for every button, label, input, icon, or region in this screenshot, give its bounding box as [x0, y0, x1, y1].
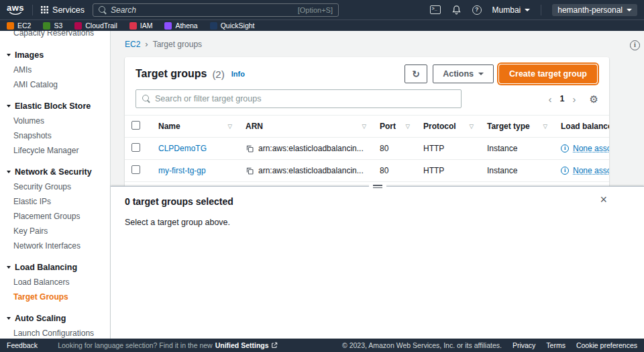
unified-settings-link[interactable]: Unified Settings [215, 341, 278, 349]
sidebar-item-placement-groups[interactable]: Placement Groups [0, 209, 110, 224]
sidebar-item-lifecycle-manager[interactable]: Lifecycle Manager [0, 143, 110, 158]
main-content: EC2 › Target groups Target groups (2) In… [111, 31, 644, 339]
load-balancer-link[interactable]: None associated [573, 144, 609, 153]
cloudshell-icon[interactable] [430, 5, 441, 14]
account-menu[interactable]: hemanth-personal [552, 4, 637, 16]
info-link[interactable]: Info [231, 70, 245, 78]
info-panel-icon[interactable] [630, 40, 640, 50]
sidebar-section-load-balancing[interactable]: Load Balancing [0, 259, 110, 275]
refresh-button[interactable]: ↻ [405, 64, 427, 83]
ec2-sidebar: Capacity Reservations Images AMIs AMI Ca… [0, 31, 111, 339]
close-icon[interactable]: × [600, 193, 607, 206]
info-icon[interactable] [561, 167, 569, 175]
panel-title: 0 target groups selected [125, 196, 607, 207]
arn-cell: arn:aws:elasticloadbalancin... [239, 160, 373, 182]
sidebar-item-elastic-ips[interactable]: Elastic IPs [0, 194, 110, 209]
cookie-preferences-link[interactable]: Cookie preferences [576, 341, 637, 349]
copy-icon[interactable] [246, 167, 254, 175]
row-select-cell[interactable] [125, 138, 152, 160]
filter-search-box[interactable] [136, 89, 462, 108]
aws-logo[interactable]: aws [7, 5, 24, 15]
port-cell: 80 [373, 138, 417, 160]
column-header-target-type[interactable]: Target type▽ [480, 116, 554, 138]
athena-service-icon [164, 22, 172, 30]
feedback-link[interactable]: Feedback [7, 341, 38, 349]
select-all-header[interactable] [125, 116, 152, 138]
sidebar-section-images[interactable]: Images [0, 47, 110, 62]
services-menu[interactable]: Services [41, 5, 85, 15]
console-footer: Feedback Looking for language selection?… [0, 339, 644, 352]
favorite-s3[interactable]: S3 [43, 21, 62, 30]
privacy-link[interactable]: Privacy [513, 341, 535, 349]
table-row: CLPDemoTG arn:aws:elasticloadbalancin...… [125, 138, 609, 160]
favorite-athena[interactable]: Athena [164, 21, 197, 30]
help-icon[interactable] [472, 5, 482, 15]
load-balancer-link[interactable]: None associated [573, 166, 609, 175]
sidebar-item-key-pairs[interactable]: Key Pairs [0, 224, 110, 238]
sidebar-item-security-groups[interactable]: Security Groups [0, 179, 110, 194]
column-header-protocol[interactable]: Protocol▽ [417, 116, 480, 138]
name-cell: my-first-tg-gp [152, 160, 239, 182]
table-toolbar: ‹ 1 › ⚙ [125, 89, 609, 115]
column-header-port[interactable]: Port▽ [373, 116, 417, 138]
breadcrumb-ec2-link[interactable]: EC2 [125, 40, 140, 49]
favorite-label: EC2 [17, 21, 31, 30]
notifications-bell-icon[interactable] [451, 5, 462, 15]
sidebar-item-network-interfaces[interactable]: Network Interfaces [0, 238, 110, 253]
sidebar-item-volumes[interactable]: Volumes [0, 114, 110, 128]
panel-drag-handle[interactable] [369, 183, 386, 189]
chevron-down-icon [7, 317, 11, 320]
terms-link[interactable]: Terms [546, 341, 566, 349]
filter-search-input[interactable] [155, 94, 455, 103]
sidebar-section-network-security[interactable]: Network & Security [0, 164, 110, 179]
chevron-down-icon [478, 73, 484, 75]
sidebar-item-amis[interactable]: AMIs [0, 62, 110, 77]
previous-page-button[interactable]: ‹ [547, 94, 553, 104]
global-search-input[interactable]: Search [Option+S] [93, 3, 339, 17]
copy-icon[interactable] [246, 144, 254, 153]
table-header-row: Name▽ ARN▽ Port▽ Protocol▽ Target type▽ … [125, 116, 609, 138]
column-header-arn[interactable]: ARN▽ [239, 116, 373, 138]
sidebar-item-ami-catalog[interactable]: AMI Catalog [0, 77, 110, 92]
target-group-name-link[interactable]: my-first-tg-gp [158, 166, 206, 175]
topnav-right-cluster: Mumbai hemanth-personal [430, 4, 637, 16]
column-label: Name [158, 122, 180, 131]
target-group-name-link[interactable]: CLPDemoTG [158, 144, 207, 153]
row-checkbox[interactable] [131, 165, 140, 174]
column-label: Protocol [423, 122, 456, 131]
row-checkbox[interactable] [131, 143, 140, 152]
sidebar-item-launch-configurations[interactable]: Launch Configurations [0, 326, 110, 339]
column-header-load-balancer[interactable]: Load balancer▽ [554, 116, 609, 138]
divider [541, 5, 541, 15]
sidebar-item-capacity-reservations[interactable]: Capacity Reservations [0, 31, 110, 41]
services-label: Services [52, 5, 85, 15]
info-icon[interactable] [561, 144, 569, 152]
breadcrumb: EC2 › Target groups [125, 39, 609, 49]
select-all-checkbox[interactable] [131, 121, 140, 130]
row-select-cell[interactable] [125, 160, 152, 182]
language-prompt-text: Looking for language selection? Find it … [58, 341, 213, 349]
column-header-name[interactable]: Name▽ [152, 116, 239, 138]
arn-value: arn:aws:elasticloadbalancin... [258, 166, 364, 175]
table-settings-gear-icon[interactable]: ⚙ [590, 94, 598, 104]
sidebar-item-snapshots[interactable]: Snapshots [0, 128, 110, 143]
favorite-label: S3 [54, 21, 62, 30]
sidebar-section-label: Elastic Block Store [15, 101, 91, 111]
sidebar-item-target-groups[interactable]: Target Groups [0, 290, 110, 304]
chevron-down-icon [7, 266, 11, 269]
favorite-quicksight[interactable]: QuickSight [210, 21, 255, 30]
actions-dropdown-button[interactable]: Actions [433, 64, 494, 83]
protocol-cell: HTTP [417, 160, 480, 182]
sidebar-section-auto-scaling[interactable]: Auto Scaling [0, 310, 110, 326]
favorite-iam[interactable]: IAM [129, 21, 153, 30]
next-page-button[interactable]: › [572, 94, 578, 104]
favorite-cloudtrail[interactable]: CloudTrail [74, 21, 117, 30]
region-selector[interactable]: Mumbai [492, 5, 531, 15]
region-label: Mumbai [492, 5, 521, 15]
favorite-ec2[interactable]: EC2 [7, 21, 31, 30]
sidebar-section-elastic-block-store[interactable]: Elastic Block Store [0, 98, 110, 114]
chevron-down-icon [7, 171, 11, 173]
create-target-group-button[interactable]: Create target group [499, 64, 597, 83]
refresh-icon: ↻ [412, 69, 420, 79]
sidebar-item-load-balancers[interactable]: Load Balancers [0, 275, 110, 290]
